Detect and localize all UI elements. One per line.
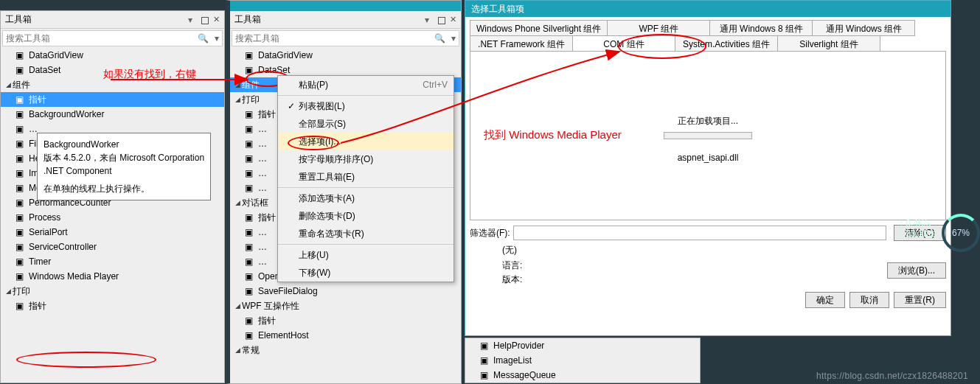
tree-item[interactable]: ▣SaveFileDialog: [230, 284, 461, 299]
cancel-button[interactable]: 取消: [849, 292, 889, 308]
pin-icon[interactable]: [200, 15, 209, 24]
tree-header[interactable]: ◢WPF 互操作性: [230, 299, 461, 313]
meta-lang: 语言:: [502, 259, 878, 272]
item-icon: ▣: [13, 197, 26, 209]
annotation-find-wmp: 找到 Windows Media Player: [484, 128, 622, 142]
item-icon: ▣: [13, 241, 26, 253]
item-icon: ▣: [242, 64, 255, 76]
tree-item[interactable]: ▣DataGridView: [1, 48, 224, 63]
search-row: 🔍 ▾: [2, 30, 223, 46]
filter-row: 筛选器(F): 清除(C): [470, 225, 946, 241]
filter-label: 筛选器(F):: [470, 227, 510, 240]
annotation-rightclick: 如果没有找到，右键: [103, 68, 196, 81]
search-drop-icon[interactable]: ▾: [212, 33, 222, 43]
ctx-rentab[interactable]: 重命名选项卡(R): [278, 225, 453, 242]
reset-button[interactable]: 重置(R): [894, 292, 946, 308]
toolbox-title-b: 工具箱 ▾ ✕: [230, 11, 461, 29]
ctx-down[interactable]: 下移(W): [278, 264, 453, 282]
ctx-sort[interactable]: 按字母顺序排序(O): [278, 150, 453, 168]
tree-item[interactable]: ▣ElementHost: [230, 328, 461, 343]
choose-items-dialog: 选择工具箱项 Windows Phone Silverlight 组件WPF 组…: [465, 0, 951, 336]
tree-item[interactable]: ▣Process: [1, 210, 224, 225]
meta-none: (无): [502, 244, 946, 256]
item-icon: ▣: [13, 49, 26, 61]
dialog-tab[interactable]: System.Activities 组件: [675, 35, 778, 52]
dropdown-icon[interactable]: ▾: [422, 15, 432, 25]
item-icon: ▣: [13, 182, 26, 194]
item-icon: ▣: [242, 241, 255, 253]
item-icon: ▣: [242, 49, 255, 61]
item-icon: ▣: [13, 123, 26, 135]
tree-item[interactable]: ▣Timer: [1, 254, 224, 269]
dialog-tab[interactable]: 通用 Windows 8 组件: [709, 20, 813, 36]
usage-pct: 67%: [952, 228, 970, 238]
item-icon: ▣: [242, 167, 255, 179]
item-icon: ▣: [242, 226, 255, 238]
item-icon: ▣: [13, 94, 26, 105]
dialog-tab[interactable]: WPF 组件: [607, 20, 710, 36]
item-icon: ▣: [242, 182, 255, 194]
ctx-up[interactable]: 上移(U): [278, 246, 453, 264]
ctx-reset[interactable]: 重置工具箱(E): [278, 168, 453, 186]
close-icon[interactable]: ✕: [450, 15, 456, 24]
search-row: 🔍 ▾: [232, 30, 459, 46]
search-input[interactable]: [3, 31, 195, 46]
pin-icon[interactable]: [437, 15, 445, 24]
tree-item[interactable]: ▣SerialPort: [1, 225, 224, 240]
ctx-paste[interactable]: 粘贴(P)Ctrl+V: [278, 76, 453, 94]
tree-item[interactable]: ▣Windows Media Player: [1, 269, 224, 284]
item-icon: ▣: [242, 315, 255, 327]
progress-bar: [664, 132, 752, 139]
title-text: 工具箱: [234, 13, 261, 26]
tree-item[interactable]: ▣ImageList: [465, 353, 700, 368]
loading-text: 正在加载项目...: [475, 115, 941, 128]
item-icon: ▣: [242, 153, 255, 164]
ctx-deltab[interactable]: 删除选项卡(D): [278, 207, 453, 225]
ctx-addtab[interactable]: 添加选项卡(A): [278, 189, 453, 207]
ok-button[interactable]: 确定: [805, 292, 845, 308]
watermark-text: https://blog.csdn.net/czx1826488201: [816, 371, 968, 381]
net-up: 0.4K/s: [906, 218, 931, 228]
dialog-tab[interactable]: Windows Phone Silverlight 组件: [470, 20, 608, 36]
item-icon: ▣: [13, 226, 26, 238]
item-icon: ▣: [13, 270, 26, 282]
filter-input[interactable]: [513, 226, 887, 240]
tree-item[interactable]: ▣指针: [230, 313, 461, 328]
item-icon: ▣: [13, 300, 26, 312]
dialog-titlebar: 选择工具箱项: [465, 1, 951, 17]
dialog-buttons: 确定 取消 重置(R): [465, 287, 951, 313]
network-widget: ↑ 0.4K/s ↓ 33.1K/s: [899, 218, 936, 239]
ctx-choose-items[interactable]: 选择项(I)...: [278, 133, 453, 150]
tree-item[interactable]: ▣BackgroundWorker: [1, 107, 224, 122]
tree-header[interactable]: ◢打印: [1, 284, 224, 299]
dialog-tab[interactable]: .NET Framework 组件: [470, 35, 573, 52]
search-icon[interactable]: 🔍: [431, 33, 448, 43]
dialog-tab[interactable]: 通用 Windows 组件: [812, 20, 915, 36]
browse-button[interactable]: 浏览(B)...: [887, 262, 946, 279]
ctx-listview[interactable]: ✓列表视图(L): [278, 97, 453, 115]
tree-item[interactable]: ▣指针: [1, 299, 224, 313]
dropdown-icon[interactable]: ▾: [185, 15, 195, 25]
title-text: 工具箱: [5, 13, 32, 26]
item-icon: ▣: [13, 153, 26, 164]
tree-item[interactable]: ▣ServiceController: [1, 240, 224, 254]
tree-item[interactable]: ▣DataGridView: [230, 48, 461, 63]
close-icon[interactable]: ✕: [213, 15, 220, 24]
ctx-showall[interactable]: 全部显示(S): [278, 115, 453, 133]
context-menu: 粘贴(P)Ctrl+V ✓列表视图(L) 全部显示(S) 选择项(I)... 按…: [277, 75, 454, 282]
tree-item[interactable]: ▣MessageQueue: [465, 368, 700, 383]
dialog-tab[interactable]: Silverlight 组件: [777, 35, 880, 52]
net-down: 33.1K/s: [906, 228, 936, 239]
search-icon[interactable]: 🔍: [195, 33, 212, 43]
item-icon: ▣: [13, 138, 26, 150]
tree-header[interactable]: ◢常规: [230, 343, 461, 357]
tree-item[interactable]: ▣指针: [1, 92, 224, 107]
dialog-tab[interactable]: COM 组件: [572, 35, 675, 52]
item-icon: ▣: [13, 108, 26, 120]
search-input[interactable]: [232, 31, 431, 46]
tree-item[interactable]: ▣HelpProvider: [465, 338, 700, 353]
item-icon: ▣: [242, 285, 255, 297]
search-drop-icon[interactable]: ▾: [448, 33, 459, 43]
item-icon: ▣: [242, 329, 255, 341]
item-icon: ▣: [13, 167, 26, 179]
